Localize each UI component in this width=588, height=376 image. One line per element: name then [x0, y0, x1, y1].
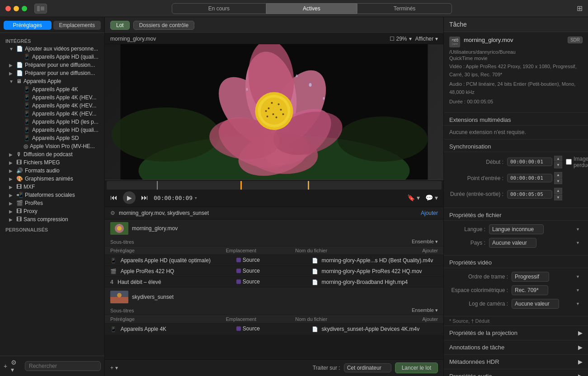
- ordre-select[interactable]: Progressif: [512, 272, 549, 282]
- duree-time-input[interactable]: [507, 190, 552, 199]
- preset-label: 🎬 Apple ProRes 422 HQ: [110, 268, 236, 274]
- sidebar-item-preparer-2[interactable]: ▶ 📄 Préparer pour une diffusion...: [0, 69, 104, 77]
- speech-button[interactable]: 💬 ▾: [425, 194, 438, 201]
- duree-up[interactable]: ▲: [554, 188, 562, 194]
- sidebar-item-sans-compression[interactable]: ▶ 🎞 Sans compression: [0, 215, 104, 223]
- pays-select[interactable]: Aucune valeur: [489, 238, 536, 248]
- sidebar-toggle-icon[interactable]: [34, 4, 47, 14]
- minimize-button[interactable]: [14, 6, 19, 11]
- ensemble-button-2[interactable]: Ensemble ▾: [412, 307, 438, 313]
- process-select[interactable]: Cet ordinateur: [344, 363, 391, 372]
- sidebar-item-graphismes[interactable]: ▶ 🎨 Graphismes animés: [0, 175, 104, 183]
- sidebar-item-label: Graphismes animés: [25, 176, 73, 182]
- search-input[interactable]: [25, 361, 101, 371]
- skip-back-button[interactable]: ⏮: [110, 194, 118, 202]
- sidebar-item-apple-vision[interactable]: ◎ Apple Vision Pro (MV-HE...: [0, 142, 104, 150]
- duree-down[interactable]: ▼: [554, 195, 562, 200]
- presets-table-header-2: Préréglage Emplacement Nom du fichier Aj…: [105, 315, 443, 324]
- preview-image: [105, 44, 443, 180]
- bookmark-button[interactable]: 🔖 ▾: [407, 194, 420, 201]
- sidebar-item-mxf[interactable]: ▶ 🎞 MXF: [0, 183, 104, 191]
- sidebar-item-icon: 📱: [24, 119, 30, 125]
- sync-header: Synchronisation: [444, 139, 588, 152]
- timecode-display[interactable]: 00:00:00:09 ▾: [154, 195, 198, 201]
- audio-section[interactable]: Propriétés audio ▶: [444, 369, 588, 376]
- file-icon: 📄: [312, 279, 318, 285]
- sidebar-item-apple-4k-hev-2[interactable]: 📱 Appareils Apple 4K (HEV...: [0, 102, 104, 110]
- preset-row-1-3[interactable]: 4 Haut débit – élevé Source 📄 morning-gl…: [105, 277, 443, 288]
- playback-controls: ⏮ ▶ ⏭ 00:00:00:09 ▾ 🔖 ▾ 💬 ▾: [105, 189, 443, 207]
- sidebar-item-diffusion[interactable]: ▶ 🎙 Diffusion de podcast: [0, 150, 104, 158]
- center-panel: Lot Dossiers de contrôle morning_glory.m…: [105, 17, 443, 376]
- sidebar-item-mpeg[interactable]: ▶ 🎞 Fichiers MPEG: [0, 158, 104, 167]
- espace-select[interactable]: Rec. 709*: [512, 285, 548, 295]
- sidebar-item-audio[interactable]: ▶ 🔊 Formats audio: [0, 167, 104, 175]
- lot-button[interactable]: Lot: [110, 21, 130, 30]
- log-select[interactable]: Aucune valeur: [512, 299, 559, 309]
- timecode-dropdown[interactable]: ▾: [194, 195, 198, 201]
- zoom-control[interactable]: ☐ 29% ▾: [390, 36, 412, 42]
- svg-point-24: [280, 109, 282, 111]
- debut-stepper[interactable]: ▲ ▼: [554, 156, 562, 168]
- ensemble-button-1[interactable]: Ensemble ▾: [412, 239, 438, 245]
- tab-en-cours[interactable]: En cours: [172, 3, 266, 14]
- images-perdues-checkbox[interactable]: [566, 159, 572, 165]
- col-add-1[interactable]: Ajouter: [411, 248, 438, 253]
- preset-row-1-1[interactable]: 📱 Appareils Apple HD (qualité optimale) …: [105, 255, 443, 266]
- afficher-control[interactable]: Afficher ▾: [415, 36, 438, 42]
- fullscreen-button[interactable]: [22, 6, 27, 11]
- task-file-path: /Utilisateurs/dannyrico/Bureau: [449, 49, 583, 55]
- sidebar-item-icon: 📱: [24, 127, 30, 133]
- duree-stepper[interactable]: ▲ ▼: [554, 188, 562, 200]
- point-entree-up[interactable]: ▲: [554, 172, 562, 178]
- sidebar-tab-prereglages[interactable]: Préréglages: [4, 21, 52, 30]
- play-button[interactable]: ▶: [123, 191, 136, 204]
- launch-button[interactable]: Lancer le lot: [395, 362, 438, 373]
- sidebar-item-apple-4k-hev-1[interactable]: 📱 Appareils Apple 4K (HEV...: [0, 93, 104, 102]
- add-preset-button[interactable]: +: [4, 362, 7, 370]
- sidebar-item-apple-4k[interactable]: 📱 Appareils Apple 4K: [0, 85, 104, 93]
- sidebar-item-icon: 📄: [16, 62, 23, 68]
- close-button[interactable]: [5, 6, 11, 11]
- sidebar-item-icon: ◎: [24, 143, 28, 149]
- debut-up[interactable]: ▲: [554, 156, 562, 162]
- sidebar-item-prores[interactable]: ▶ 🎬 ProRes: [0, 199, 104, 207]
- sidebar-item-proxy[interactable]: ▶ 🎞 Proxy: [0, 207, 104, 215]
- hdr-section[interactable]: Métadonnées HDR ▶: [444, 355, 588, 369]
- sidebar-item-ajouter[interactable]: ▼ 📄 Ajouter aux vidéos personne...: [0, 45, 104, 53]
- debut-time-input[interactable]: [507, 158, 552, 166]
- debut-down[interactable]: ▼: [554, 162, 562, 168]
- langue-select[interactable]: Langue inconnue: [489, 224, 544, 234]
- sidebar-item-apple-4k-hev-3[interactable]: 📱 Appareils Apple 4K (HEV...: [0, 110, 104, 118]
- sidebar-item-apple-hd-1[interactable]: 📱 Appareils Apple HD (quali...: [0, 53, 104, 61]
- sidebar-item-apple-hd-les-p[interactable]: 📱 Appareils Apple HD (les p...: [0, 118, 104, 126]
- sidebar-item-apple-sd[interactable]: 📱 Appareils Apple SD: [0, 134, 104, 142]
- expand-icon: ▶: [9, 71, 14, 76]
- settings-button[interactable]: ⚙ ▾: [11, 359, 21, 373]
- add-job-button[interactable]: + ▾: [110, 365, 118, 371]
- preset-row-2-1[interactable]: 📱 Appareils Apple 4K Source 📄 skydivers_…: [105, 324, 443, 334]
- col-add-2[interactable]: Ajouter: [411, 316, 438, 322]
- sidebar-item-apple-hd-quali[interactable]: 📱 Appareils Apple HD (quali...: [0, 126, 104, 134]
- sidebar-item-appareils-apple[interactable]: ▼ 🖥 Appareils Apple: [0, 77, 104, 85]
- skip-fwd-button[interactable]: ⏭: [141, 194, 148, 202]
- point-entree-time-input[interactable]: [507, 174, 552, 182]
- preset-row-1-2[interactable]: 🎬 Apple ProRes 422 HQ Source 📄 morning-g…: [105, 266, 443, 277]
- annotations-section[interactable]: Annotations de tâche ▶: [444, 340, 588, 355]
- tab-actives[interactable]: Actives: [266, 3, 357, 14]
- point-entree-down[interactable]: ▼: [554, 178, 562, 184]
- sidebar-item-preparer-1[interactable]: ▶ 📄 Préparer pour une diffusion...: [0, 61, 104, 69]
- batch-add-button[interactable]: Ajouter: [421, 210, 438, 216]
- svg-point-6: [112, 107, 220, 162]
- dossiers-button[interactable]: Dossiers de contrôle: [133, 21, 194, 30]
- svg-point-36: [117, 226, 122, 231]
- grid-icon[interactable]: ⊞: [577, 4, 583, 13]
- tab-termines[interactable]: Terminés: [357, 3, 452, 14]
- group-icon: 🎞: [16, 208, 22, 214]
- projection-section[interactable]: Propriétés de la projection ▶: [444, 326, 588, 340]
- point-entree-stepper[interactable]: ▲ ▼: [554, 172, 562, 184]
- preview-area: morning_glory.mov ☐ 29% ▾ Afficher ▾: [105, 34, 443, 189]
- sidebar-item-plateformes[interactable]: ▶ 📲 Plateformes sociales: [0, 191, 104, 199]
- sidebar-tab-emplacements[interactable]: Emplacements: [53, 21, 101, 30]
- timeline-bar[interactable]: [105, 180, 443, 189]
